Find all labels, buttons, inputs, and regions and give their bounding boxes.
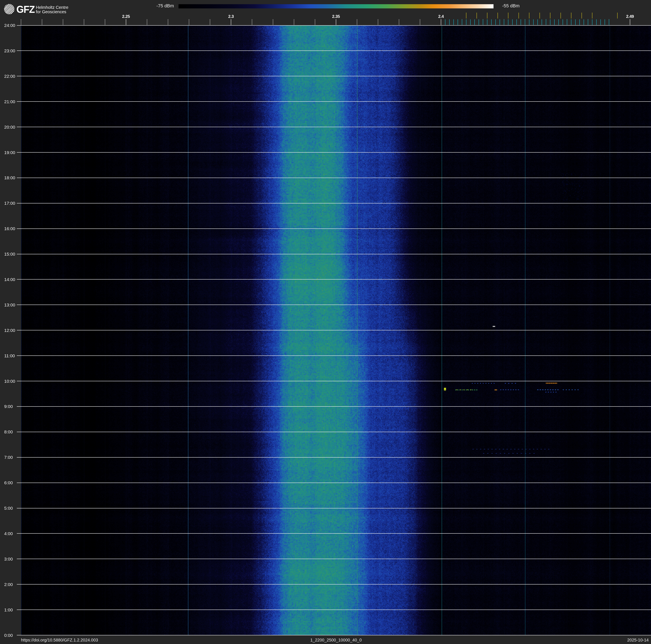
svg-text:21:00: 21:00 — [4, 99, 15, 104]
svg-text:11:00: 11:00 — [4, 353, 15, 358]
svg-text:10:00: 10:00 — [4, 379, 15, 384]
svg-text:6:00: 6:00 — [4, 480, 13, 485]
svg-text:0:00: 0:00 — [4, 633, 13, 638]
svg-text:7:00: 7:00 — [4, 455, 13, 460]
svg-text:23:00: 23:00 — [4, 48, 15, 53]
svg-text:3:00: 3:00 — [4, 557, 13, 561]
svg-text:9:00: 9:00 — [4, 404, 13, 409]
svg-text:14:00: 14:00 — [4, 277, 15, 282]
svg-text:20:00: 20:00 — [4, 125, 15, 129]
svg-text:https://doi.org/10.5880/GFZ.1.: https://doi.org/10.5880/GFZ.1.2.2024.003 — [21, 638, 98, 642]
svg-text:5:00: 5:00 — [4, 506, 13, 510]
svg-text:12:00: 12:00 — [4, 328, 15, 333]
svg-text:15:00: 15:00 — [4, 252, 15, 257]
svg-text:2.49: 2.49 — [626, 14, 634, 19]
svg-text:22:00: 22:00 — [4, 74, 15, 79]
svg-text:2:00: 2:00 — [4, 582, 13, 587]
svg-text:13:00: 13:00 — [4, 302, 15, 307]
svg-text:2.3: 2.3 — [228, 14, 234, 19]
svg-text:-55 dBm: -55 dBm — [502, 3, 520, 8]
svg-text:18:00: 18:00 — [4, 175, 15, 180]
svg-text:17:00: 17:00 — [4, 201, 15, 206]
svg-text:2.25: 2.25 — [122, 14, 130, 19]
svg-text:4:00: 4:00 — [4, 531, 13, 536]
svg-text:2.35: 2.35 — [332, 14, 340, 19]
svg-text:8:00: 8:00 — [4, 430, 13, 434]
svg-text:2.4: 2.4 — [438, 14, 444, 19]
svg-text:19:00: 19:00 — [4, 150, 15, 155]
svg-text:1:00: 1:00 — [4, 608, 13, 612]
svg-text:24:00: 24:00 — [4, 23, 15, 28]
svg-text:1_2200_2500_10000_40_0: 1_2200_2500_10000_40_0 — [310, 638, 362, 643]
svg-text:16:00: 16:00 — [4, 226, 15, 231]
svg-text:2025-10-14: 2025-10-14 — [627, 638, 649, 642]
svg-text:-75 dBm: -75 dBm — [156, 3, 174, 8]
